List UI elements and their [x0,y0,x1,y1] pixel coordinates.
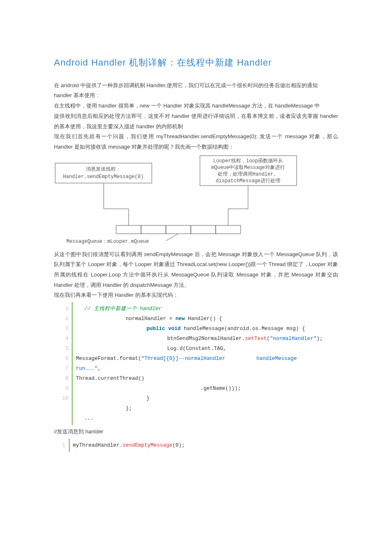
diagram-text: 消息发送线程： [86,166,121,172]
svg-rect-2 [116,225,141,234]
diagram-text: MessageQueue：mLooper.mQueue [66,239,149,244]
diagram-text: dispatchMessage进行处理 [216,178,280,184]
diagram-text: Handler.sendEmptyMessage(0) [63,174,144,180]
page-title: Android Handler 机制详解：在线程中新建 Handler [54,54,338,71]
code-content: // 主线程中新建一个 handler normalHandler = new … [73,302,338,425]
svg-rect-4 [166,225,191,234]
paragraph: 从这个图中我们很清楚可以看到调用 sendEmptyMessage 后，会把 M… [54,249,338,291]
code-gutter: 1 2 3 4 5 6 7 8 9 10 [62,302,73,425]
svg-rect-6 [216,225,241,234]
architecture-diagram: 消息发送线程： Handler.sendEmptyMessage(0) Loop… [54,155,338,246]
code-block-1: 1 2 3 4 5 6 7 8 9 10 // 主线程中新建一个 handler… [62,302,338,425]
code-gutter: 1 [62,439,70,452]
svg-rect-3 [141,225,166,234]
diagram-text: Looper线程，loop函数循环从 [213,158,283,164]
comment-line: //发送消息到 hanlder [54,427,338,437]
paragraph: 在 android 中提供了一种异步回调机制 Handler,使用它，我们可以在… [54,81,338,91]
svg-rect-5 [191,225,216,234]
paragraph: 在主线程中，使用 handler 很简单，new 一个 Handler 对象实现… [54,101,338,111]
code-content: myThreadHandler.sendEmptyMessage(0); [70,439,195,452]
diagram-text: 处理，处理调用Handler。 [218,171,278,177]
diagram-text: mQueue中读取Message对象进行 [211,165,285,171]
code-block-2: 1 myThreadHandler.sendEmptyMessage(0); [62,439,195,452]
paragraph: 提供收到消息后相应的处理方法即可，这里不对 handler 使用进行详细说明，在… [54,111,338,132]
paragraph: 现在我们再来看一下使用 Handler 的基本实现代码： [54,290,338,301]
paragraph: 现在我们首先就有一个问题，我们使用 myThreadHandler.sendEm… [54,132,338,152]
paragraph: handler 基本使用： [54,90,338,101]
svg-line-13 [166,234,178,241]
